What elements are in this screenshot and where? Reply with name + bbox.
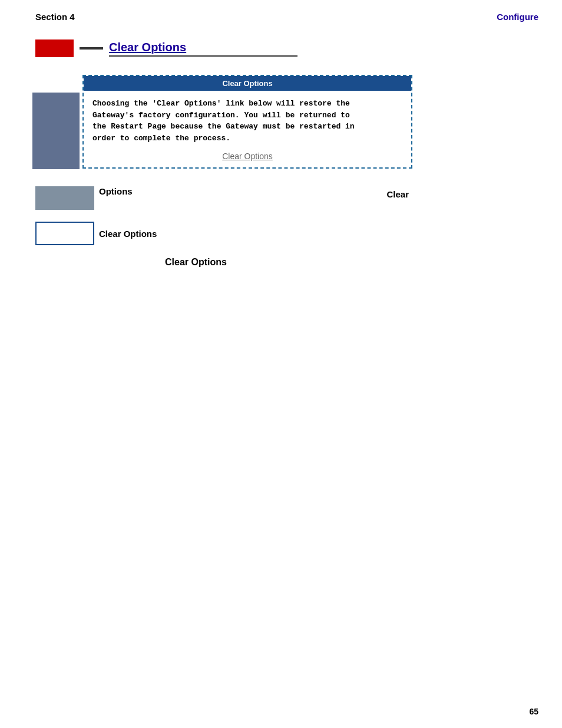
- title-underbar: [109, 55, 297, 57]
- page-title[interactable]: Clear Options: [109, 41, 297, 54]
- dashed-panel: Clear Options Choosing the 'Clear Option…: [82, 75, 412, 169]
- clear-options-link[interactable]: Clear Options: [222, 151, 273, 161]
- blue-sidebar-block: [32, 93, 80, 169]
- step-row-1: Options Clear: [35, 186, 527, 210]
- final-label: Clear Options: [165, 257, 527, 268]
- step2-label: Clear Options: [99, 229, 157, 239]
- section-label: Section 4: [35, 12, 75, 22]
- gray-block-1: [35, 186, 94, 210]
- panel-header: Clear Options: [84, 76, 411, 91]
- step1-clear-label: Clear: [386, 189, 409, 199]
- red-block: [35, 39, 74, 57]
- page-header: Section 4 Configure: [0, 0, 562, 28]
- white-block: [35, 222, 94, 245]
- dash-line: [80, 47, 103, 50]
- step-row-2: Clear Options: [35, 222, 527, 245]
- panel-link-row: Clear Options: [84, 144, 411, 167]
- title-container: Clear Options: [109, 41, 297, 57]
- page-number: 65: [529, 707, 538, 716]
- main-content: Clear Options Clear Options Choosing the…: [0, 39, 562, 268]
- configure-label: Configure: [497, 12, 538, 22]
- title-row: Clear Options: [35, 39, 527, 57]
- steps-area: Options Clear Clear Options Clear Option…: [35, 186, 527, 268]
- panel-body: Choosing the 'Clear Options' link below …: [84, 91, 411, 144]
- dashed-box-container: Clear Options Choosing the 'Clear Option…: [82, 75, 527, 169]
- panel-description: Choosing the 'Clear Options' link below …: [92, 98, 402, 144]
- step1-label: Options: [99, 186, 133, 196]
